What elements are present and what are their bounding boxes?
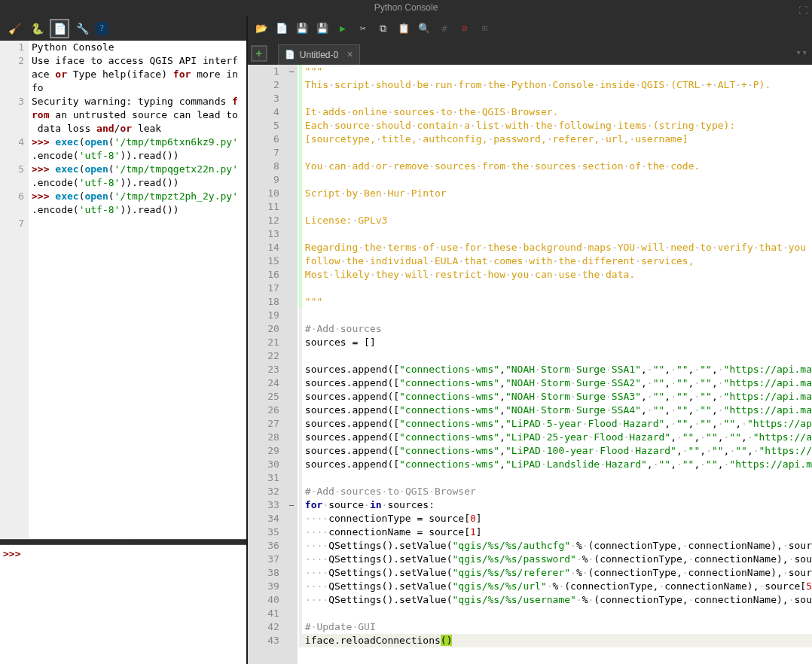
- comment-button[interactable]: #: [435, 20, 453, 38]
- show-editor-button[interactable]: 📄: [50, 19, 69, 38]
- fold-column[interactable]: −−: [285, 65, 298, 664]
- editor-gutter: 1234567891011121314151617181920212223242…: [248, 65, 285, 664]
- cut-button[interactable]: ✂: [354, 20, 372, 38]
- settings-button[interactable]: 🔧: [72, 19, 92, 38]
- window-titlebar: Python Console ⛶: [0, 0, 812, 16]
- help-button[interactable]: ?: [95, 22, 108, 35]
- close-tab-icon[interactable]: ✕: [346, 50, 353, 59]
- find-button[interactable]: 🔍: [415, 20, 433, 38]
- console-toolbar: 🧹 🐍 📄 🔧 ?: [0, 16, 246, 41]
- copy-button[interactable]: ⧉: [374, 20, 392, 38]
- tab-untitled-0[interactable]: 📄 Untitled-0 ✕: [278, 44, 360, 65]
- file-icon: 📄: [285, 50, 295, 59]
- editor-toolbar: 📂 📄 💾 💾 ▶ ✂ ⧉ 📋 🔍 # ⊘ ⊞: [248, 16, 812, 41]
- console-panel: 🧹 🐍 📄 🔧 ? 12 3 4 5 6 7 Python Console Us…: [0, 16, 248, 664]
- console-input[interactable]: >>>: [0, 545, 246, 664]
- tab-bar: + 📄 Untitled-0 ✕ ▾▾: [248, 41, 812, 65]
- python-icon[interactable]: 🐍: [27, 19, 47, 38]
- editor-panel: 📂 📄 💾 💾 ▶ ✂ ⧉ 📋 🔍 # ⊘ ⊞ + 📄 Untitled-0 ✕…: [248, 16, 812, 664]
- console-splitter[interactable]: [0, 539, 246, 545]
- save-button[interactable]: 💾: [293, 20, 311, 38]
- run-button[interactable]: ▶: [334, 20, 352, 38]
- tab-options-icon[interactable]: ▾▾: [795, 47, 807, 58]
- editor-code[interactable]: """This·script·should·be·run·from·the·Py…: [298, 65, 812, 664]
- clear-console-button[interactable]: 🧹: [5, 19, 24, 38]
- tab-label: Untitled-0: [300, 50, 338, 60]
- new-file-button[interactable]: 📄: [273, 20, 291, 38]
- window-title-text: Python Console: [374, 2, 438, 13]
- code-editor[interactable]: 1234567891011121314151617181920212223242…: [248, 65, 812, 664]
- open-file-button[interactable]: 📂: [252, 20, 270, 38]
- add-tab-button[interactable]: +: [251, 45, 267, 62]
- console-output[interactable]: 12 3 4 5 6 7 Python Console Use iface to…: [0, 41, 246, 539]
- paste-button[interactable]: 📋: [395, 20, 413, 38]
- console-code[interactable]: Python Console Use iface to access QGIS …: [29, 41, 246, 539]
- expand-icon[interactable]: ⛶: [798, 3, 807, 19]
- save-as-button[interactable]: 💾: [313, 20, 331, 38]
- object-inspector-button[interactable]: ⊞: [476, 20, 494, 38]
- uncomment-button[interactable]: ⊘: [456, 20, 474, 38]
- console-gutter: 12 3 4 5 6 7: [0, 41, 29, 539]
